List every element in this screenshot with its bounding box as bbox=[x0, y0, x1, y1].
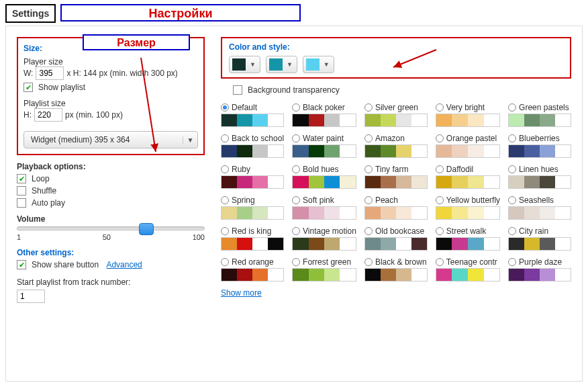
radio-icon bbox=[292, 196, 300, 204]
radio-icon bbox=[364, 134, 373, 142]
theme-palette bbox=[436, 237, 500, 251]
radio-icon bbox=[436, 103, 444, 112]
theme-option[interactable]: Peach bbox=[364, 196, 428, 220]
theme-name: Street walk bbox=[446, 226, 486, 236]
volume-max: 100 bbox=[193, 233, 205, 241]
theme-name: City rain bbox=[519, 226, 548, 236]
theme-option[interactable]: Old bookcase bbox=[364, 226, 428, 251]
theme-name: Default bbox=[232, 103, 257, 112]
playlist-h-label: H: bbox=[23, 110, 32, 120]
volume-slider[interactable]: 1 50 100 bbox=[17, 226, 205, 241]
theme-option[interactable]: Purple daze bbox=[508, 257, 571, 282]
other-title: Other settings: bbox=[17, 248, 205, 257]
annotation-top: Настройки bbox=[60, 4, 301, 22]
arrow-color-to-swatches bbox=[389, 47, 443, 74]
theme-option[interactable]: Red orange bbox=[221, 257, 284, 282]
volume-min: 1 bbox=[17, 233, 21, 241]
loop-checkbox[interactable] bbox=[17, 174, 26, 183]
theme-name: Vintage motion bbox=[303, 226, 356, 236]
theme-palette bbox=[292, 268, 356, 282]
theme-palette bbox=[292, 175, 356, 189]
theme-option[interactable]: Back to school bbox=[221, 134, 284, 158]
theme-palette bbox=[508, 114, 571, 127]
theme-option[interactable]: Soft pink bbox=[292, 196, 356, 220]
radio-icon bbox=[436, 134, 444, 142]
theme-option[interactable]: Water paint bbox=[292, 134, 356, 158]
radio-icon bbox=[508, 103, 516, 112]
loop-label: Loop bbox=[32, 174, 50, 183]
theme-palette bbox=[364, 175, 428, 189]
theme-option[interactable]: Street walk bbox=[436, 226, 500, 251]
theme-name: Water paint bbox=[303, 134, 344, 143]
theme-palette bbox=[436, 114, 500, 127]
theme-option[interactable]: Black & brown bbox=[364, 257, 428, 282]
theme-option[interactable]: Very bright bbox=[436, 103, 500, 127]
radio-icon bbox=[221, 196, 229, 204]
theme-option[interactable]: Silver green bbox=[364, 103, 428, 127]
theme-palette bbox=[364, 114, 428, 127]
autoplay-checkbox[interactable] bbox=[17, 198, 26, 208]
theme-name: Red orange bbox=[232, 257, 274, 267]
show-more-link[interactable]: Show more bbox=[221, 288, 262, 298]
theme-option[interactable]: Red is king bbox=[221, 226, 284, 251]
theme-option[interactable]: Tiny farm bbox=[364, 165, 428, 189]
bg-transparency-checkbox[interactable] bbox=[233, 85, 242, 95]
theme-name: Peach bbox=[375, 196, 398, 205]
theme-name: Silver green bbox=[375, 103, 418, 112]
theme-palette bbox=[508, 144, 571, 158]
color-swatch-3[interactable]: ▼ bbox=[303, 56, 334, 73]
theme-option[interactable]: Green pastels bbox=[508, 103, 571, 127]
theme-option[interactable]: Yellow butterfly bbox=[436, 196, 500, 220]
theme-name: Purple daze bbox=[519, 257, 562, 267]
share-checkbox[interactable] bbox=[17, 260, 26, 269]
svg-line-0 bbox=[141, 58, 156, 152]
theme-name: Forrest green bbox=[303, 257, 351, 267]
playlist-h-input[interactable] bbox=[34, 108, 62, 122]
theme-name: Blueberries bbox=[519, 134, 560, 143]
theme-option[interactable]: Ruby bbox=[221, 165, 284, 189]
theme-name: Back to school bbox=[232, 134, 284, 143]
tab-settings[interactable]: Settings bbox=[5, 4, 56, 22]
theme-palette bbox=[508, 237, 571, 251]
color-swatch-1[interactable]: ▼ bbox=[229, 56, 260, 73]
radio-icon bbox=[364, 196, 373, 204]
theme-name: Black poker bbox=[303, 103, 345, 112]
theme-palette bbox=[364, 144, 428, 158]
width-input[interactable] bbox=[36, 67, 64, 80]
advanced-link[interactable]: Advanced bbox=[106, 260, 142, 269]
theme-palette bbox=[221, 237, 284, 251]
show-playlist-checkbox[interactable] bbox=[23, 83, 33, 92]
bg-transparency-label: Background transparency bbox=[248, 85, 340, 95]
theme-option[interactable]: Daffodil bbox=[436, 165, 500, 189]
theme-name: Tiny farm bbox=[375, 165, 409, 174]
theme-option[interactable]: Seashells bbox=[508, 196, 571, 220]
theme-option[interactable]: Vintage motion bbox=[292, 226, 356, 251]
theme-option[interactable]: Bold hues bbox=[292, 165, 356, 189]
theme-name: Yellow butterfly bbox=[446, 196, 500, 205]
theme-option[interactable]: Teenage contr bbox=[436, 257, 500, 282]
theme-name: Old bookcase bbox=[375, 226, 424, 236]
radio-icon bbox=[292, 165, 300, 173]
theme-option[interactable]: Linen hues bbox=[508, 165, 571, 189]
theme-palette bbox=[221, 114, 284, 127]
color-swatch-2[interactable]: ▼ bbox=[266, 56, 297, 73]
theme-palette bbox=[292, 206, 356, 220]
theme-option[interactable]: Blueberries bbox=[508, 134, 571, 158]
theme-option[interactable]: Amazon bbox=[364, 134, 428, 158]
theme-name: Seashells bbox=[519, 196, 554, 205]
start-track-label: Start playlist from track number: bbox=[17, 277, 205, 287]
theme-option[interactable]: City rain bbox=[508, 226, 571, 251]
chevron-down-icon: ▼ bbox=[285, 61, 294, 68]
theme-option[interactable]: Orange pastel bbox=[436, 134, 500, 158]
theme-option[interactable]: Forrest green bbox=[292, 257, 356, 282]
start-track-input[interactable] bbox=[17, 290, 45, 303]
theme-name: Red is king bbox=[232, 226, 271, 236]
theme-option[interactable]: Spring bbox=[221, 196, 284, 220]
theme-palette bbox=[292, 144, 356, 158]
theme-palette bbox=[508, 268, 571, 282]
shuffle-checkbox[interactable] bbox=[17, 186, 26, 196]
theme-option[interactable]: Default bbox=[221, 103, 284, 127]
theme-option[interactable]: Black poker bbox=[292, 103, 356, 127]
radio-icon bbox=[292, 258, 300, 266]
theme-name: Very bright bbox=[446, 103, 485, 112]
